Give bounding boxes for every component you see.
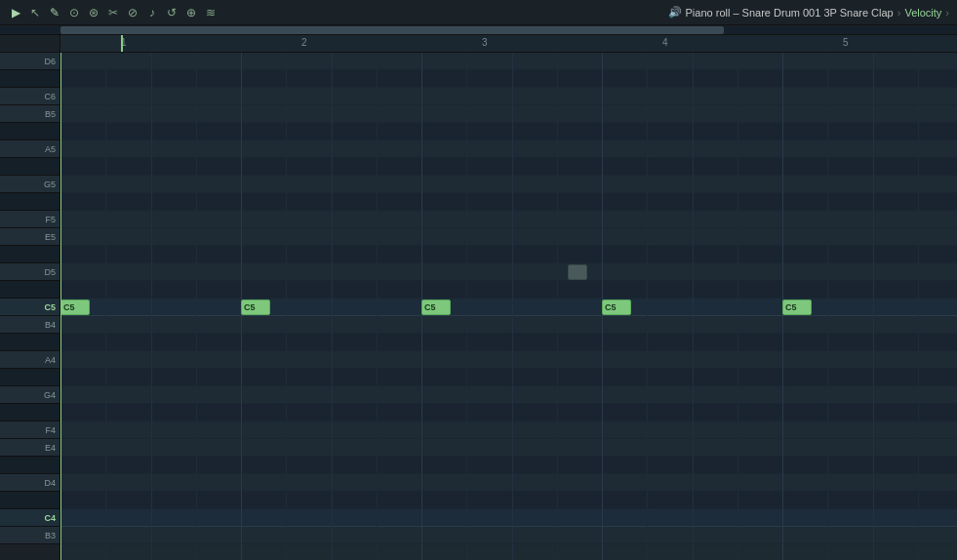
toolbar: ▶ ↖ ✎ ⊙ ⊛ ✂ ⊘ ♪ ↺ ⊕ ≋ [8,5,668,20]
main-content: D6C6B5A5G5F5E5D5C5B4A4G4F4E4D4C4B3 C5C5C… [0,53,957,560]
sub-beat-line-3-3 [738,53,738,560]
speaker-icon[interactable]: ♪ [144,5,160,20]
titlebar: ▶ ↖ ✎ ⊙ ⊛ ✂ ⊘ ♪ ↺ ⊕ ≋ 🔊 Piano roll – Sna… [0,0,957,25]
cursor-icon[interactable]: ↖ [27,5,43,20]
magnet-icon[interactable]: ⊙ [66,5,82,20]
piano-roll-grid[interactable]: C5C5C5C5C5 [60,53,957,560]
note-5[interactable] [568,264,587,280]
mute-icon[interactable]: ⊘ [125,5,140,20]
sub-beat-line-0-1 [105,53,106,560]
wave-icon[interactable]: ≋ [203,5,219,20]
piano-key-F4[interactable]: F4 [0,421,60,439]
sub-beat-line-2-2 [512,53,513,560]
piano-key-E5[interactable]: E5 [0,228,60,246]
breadcrumb-sep: › [897,7,901,19]
sub-beat-line-1-3 [377,53,378,560]
piano-key-black-1[interactable] [0,70,60,88]
piano-keyboard[interactable]: D6C6B5A5G5F5E5D5C5B4A4G4F4E4D4C4B3 [0,53,60,560]
loop-icon[interactable]: ⊛ [86,5,101,20]
piano-key-black-4[interactable] [0,123,60,140]
breadcrumb-end: › [945,7,949,19]
piano-key-C4[interactable]: C4 [0,509,60,527]
playhead-cursor [60,53,61,560]
sub-beat-line-2-3 [557,53,558,560]
sub-beat-line-3-2 [693,53,694,560]
piano-key-black-13[interactable] [0,281,60,299]
zoom-icon[interactable]: ⊕ [183,5,199,20]
piano-key-A4[interactable]: A4 [0,351,60,369]
piano-key-D5[interactable]: D5 [0,263,60,281]
note-0[interactable]: C5 [60,300,90,315]
sub-beat-line-0-2 [151,53,152,560]
note-2[interactable]: C5 [421,300,451,315]
window-title: 🔊 Piano roll – Snare Drum 001 3P Snare C… [668,6,949,19]
horizontal-scrollbar[interactable] [0,25,957,35]
sub-beat-line-4-3 [918,53,919,560]
sub-beat-line-3-1 [647,53,648,560]
piano-key-G5[interactable]: G5 [0,176,60,193]
refresh-icon[interactable]: ↺ [164,5,179,20]
piano-key-D4[interactable]: D4 [0,474,60,492]
piano-key-G4[interactable]: G4 [0,386,60,404]
sub-beat-line-1-1 [286,53,287,560]
piano-key-black-20[interactable] [0,404,60,421]
play-icon[interactable]: ▶ [8,5,23,20]
piano-key-black-11[interactable] [0,246,60,263]
ruler-mark-2: 2 [301,37,307,48]
piano-key-C6[interactable]: C6 [0,88,60,105]
piano-key-black-23[interactable] [0,457,60,474]
ruler-mark-4: 4 [662,37,668,48]
ruler-mark-3: 3 [482,37,488,48]
note-grid: C5C5C5C5C5 [60,53,957,560]
sub-beat-line-4-2 [873,53,874,560]
speaker-title-icon: 🔊 [668,6,682,19]
piano-key-C5[interactable]: C5 [0,299,60,316]
piano-key-black-6[interactable] [0,158,60,176]
sub-beat-line-2-1 [466,53,467,560]
velocity-label[interactable]: Velocity [904,7,941,19]
scrollbar-thumb[interactable] [60,26,724,34]
piano-key-B5[interactable]: B5 [0,105,60,123]
note-3[interactable]: C5 [602,300,631,315]
piano-key-black-16[interactable] [0,334,60,351]
piano-key-E4[interactable]: E4 [0,439,60,457]
title-main: Piano roll – Snare Drum 001 3P Snare Cla… [686,7,894,19]
ruler-playhead [121,35,123,52]
piano-key-B4[interactable]: B4 [0,316,60,334]
piano-key-A5[interactable]: A5 [0,140,60,158]
sub-beat-line-0-3 [196,53,197,560]
piano-key-F5[interactable]: F5 [0,211,60,228]
timeline-ruler: 123456 [121,35,957,53]
piano-key-black-8[interactable] [0,193,60,211]
pencil-icon[interactable]: ✎ [47,5,62,20]
note-4[interactable]: C5 [782,300,812,315]
sub-beat-line-1-2 [332,53,333,560]
note-1[interactable]: C5 [241,300,270,315]
sub-beat-line-4-1 [827,53,828,560]
piano-key-black-25[interactable] [0,492,60,509]
ruler-mark-5: 5 [843,37,849,48]
scissors-icon[interactable]: ✂ [105,5,121,20]
piano-key-D6[interactable]: D6 [0,53,60,70]
piano-key-black-18[interactable] [0,369,60,386]
piano-key-B3[interactable]: B3 [0,527,60,544]
